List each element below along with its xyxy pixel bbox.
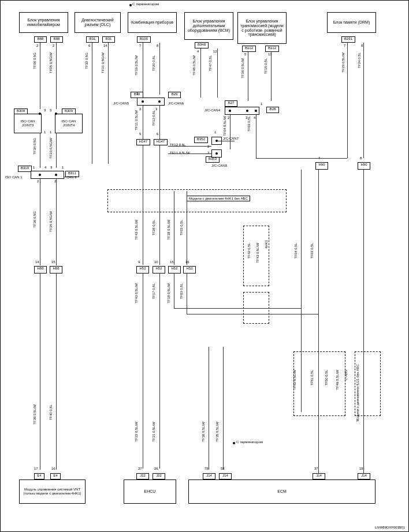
conn-b112b: B112 (265, 46, 279, 52)
module-immobilizer: Блок управления иммобилайзером (19, 12, 68, 33)
conn-h90b: H90 (358, 162, 370, 170)
conn-j14a: J14 (203, 473, 215, 479)
conn-b352: B352 (194, 137, 208, 143)
iso-joint3: ISO CAN JOINT3 (14, 114, 42, 133)
conn-b88a: B88 (34, 36, 47, 43)
module-drm: Блок памяти (DRM) (327, 12, 376, 33)
conn-h52c: H52 (168, 266, 181, 274)
conn-b231: B231 (341, 36, 355, 43)
conn-e4a: E4 (34, 473, 44, 479)
conn-j14c: J14 (313, 473, 325, 479)
conn-h52b: H52 (153, 266, 165, 274)
iso-can-box (31, 171, 64, 179)
module-diag: Диагностический разъем (DLC) (75, 12, 121, 33)
module-combo: Комбинация приборов (128, 12, 177, 33)
conn-h147a: H147 (136, 139, 150, 145)
wiring-diagram: С терминатором Блок управления иммобилай… (0, 0, 409, 532)
conn-b310: B310 (18, 166, 32, 172)
conn-b31a: B31 (86, 36, 99, 43)
conn-j14d: J14 (358, 473, 370, 479)
terminator-label-top: С терминатором (132, 2, 159, 6)
conn-b112a: B112 (242, 46, 256, 52)
conn-h147b: H147 (154, 139, 168, 145)
conn-b105: B105 (137, 36, 151, 43)
conn-b28: B28 (266, 107, 279, 113)
conn-b348: B348 (195, 42, 209, 48)
terminator-label-bottom: С терминатором (236, 440, 263, 444)
module-tcm: Блок управления трансмиссией (модели с р… (237, 12, 287, 44)
conn-j22a: J22 (136, 473, 149, 479)
conn-h90a: H90 (315, 162, 328, 170)
module-ehcu: EHCU (124, 479, 176, 504)
conn-b88b: B88 (50, 36, 63, 43)
doc-number: LNW89DXF003501 (375, 526, 405, 529)
conn-e4b: E4 (50, 473, 61, 479)
module-ecm: ECM (188, 479, 375, 504)
conn-h52a: H52 (136, 266, 149, 274)
note-4hk1: Модели с двигателем 4HK1 без АБС (187, 196, 250, 201)
conn-h88a: H88 (34, 266, 47, 274)
conn-j22b: J22 (153, 473, 165, 479)
conn-j14b: J14 (219, 473, 232, 479)
dashed-4jj1 (355, 351, 381, 416)
conn-h88b: H88 (50, 266, 62, 274)
conn-h52d: H52 (183, 266, 196, 274)
module-vnt: Модуль управления системой VNT (только м… (19, 479, 85, 504)
module-bcm: Блок управления дополнительным оборудова… (184, 12, 233, 40)
conn-b29: B29 (168, 92, 181, 98)
iso-joint4: ISO CAN JOINT4 (55, 114, 83, 133)
conn-b27: B27 (225, 100, 237, 107)
terminator-dot (129, 4, 132, 6)
conn-b31b: B31 (102, 36, 115, 43)
